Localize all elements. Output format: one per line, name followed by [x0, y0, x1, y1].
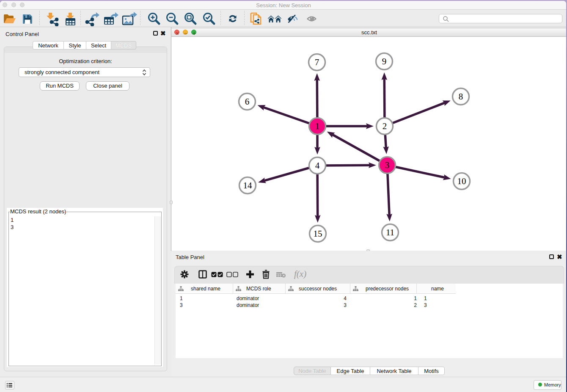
- svg-text:10: 10: [457, 176, 466, 186]
- svg-text:4: 4: [315, 160, 320, 171]
- svg-text:8: 8: [459, 91, 463, 102]
- svg-text:7: 7: [315, 57, 319, 67]
- svg-text:6: 6: [245, 97, 250, 107]
- svg-text:14: 14: [243, 180, 253, 190]
- svg-text:15: 15: [314, 229, 322, 239]
- svg-text:2: 2: [383, 121, 387, 131]
- svg-text:3: 3: [385, 160, 390, 170]
- svg-text:9: 9: [382, 56, 387, 66]
- svg-text:11: 11: [386, 227, 394, 237]
- svg-text:1: 1: [315, 121, 320, 131]
